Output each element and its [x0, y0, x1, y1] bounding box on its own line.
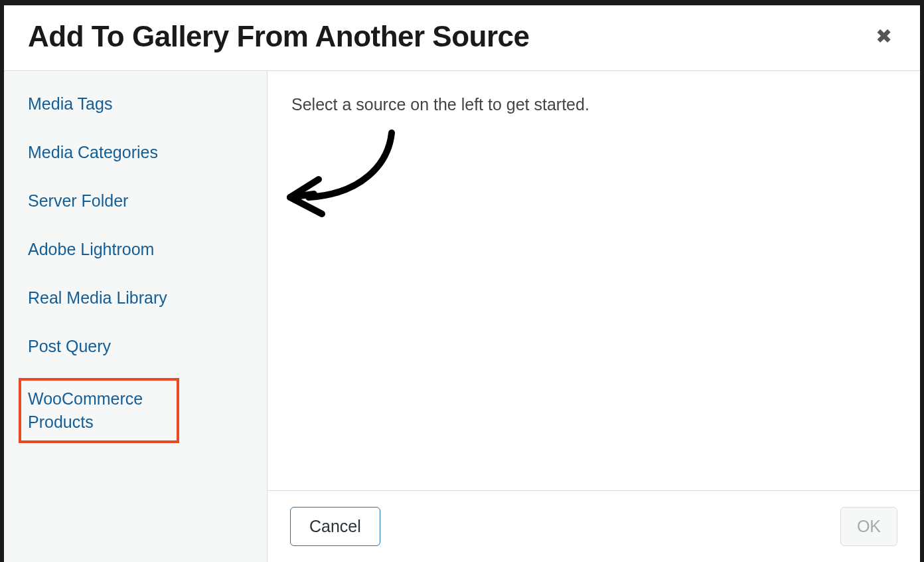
sidebar-item-post-query[interactable]: Post Query — [28, 335, 111, 358]
modal-dialog: Add To Gallery From Another Source ✖ Med… — [4, 5, 920, 562]
modal-title: Add To Gallery From Another Source — [28, 20, 530, 53]
cancel-button[interactable]: Cancel — [290, 507, 380, 546]
sidebar-highlight-box: WooCommerce Products — [19, 378, 179, 443]
sidebar-item-media-categories[interactable]: Media Categories — [28, 141, 158, 164]
sidebar-item-adobe-lightroom[interactable]: Adobe Lightroom — [28, 238, 154, 261]
instruction-text: Select a source on the left to get start… — [291, 92, 896, 118]
close-icon: ✖ — [876, 25, 892, 47]
main-panel: Select a source on the left to get start… — [268, 71, 920, 562]
ok-button: OK — [840, 507, 897, 546]
modal-body: Media Tags Media Categories Server Folde… — [4, 71, 920, 562]
close-button[interactable]: ✖ — [872, 27, 896, 47]
sidebar-item-server-folder[interactable]: Server Folder — [28, 189, 128, 213]
source-sidebar: Media Tags Media Categories Server Folde… — [4, 71, 268, 562]
modal-footer: Cancel OK — [268, 490, 920, 562]
sidebar-item-media-tags[interactable]: Media Tags — [28, 92, 112, 116]
sidebar-item-woocommerce-products[interactable]: WooCommerce Products — [28, 387, 170, 434]
sidebar-item-real-media-library[interactable]: Real Media Library — [28, 286, 167, 310]
main-content: Select a source on the left to get start… — [268, 71, 920, 490]
modal-header: Add To Gallery From Another Source ✖ — [4, 5, 920, 71]
arrow-icon — [282, 128, 402, 227]
